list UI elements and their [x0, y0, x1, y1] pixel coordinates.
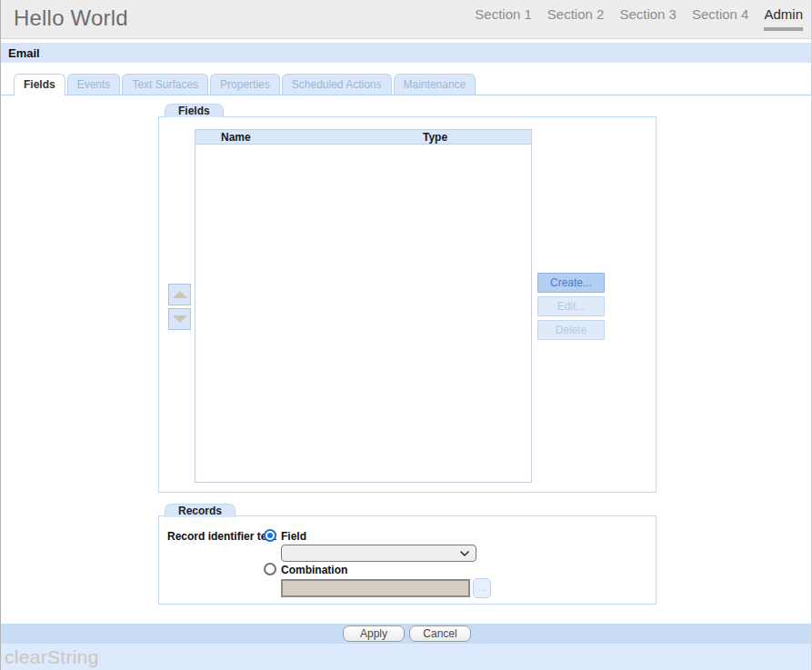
- move-up-button[interactable]: [168, 284, 191, 305]
- nav-item-admin[interactable]: Admin: [764, 6, 803, 31]
- field-radio[interactable]: [264, 529, 276, 542]
- record-identifier-label: Record identifier text: [167, 530, 276, 543]
- tab-scheduled-actions[interactable]: Scheduled Actions: [282, 74, 392, 95]
- brand-logo: clearString: [5, 646, 99, 668]
- app-header: Hello World Section 1 Section 2 Section …: [1, 0, 811, 39]
- field-select[interactable]: [281, 545, 476, 562]
- tab-maintenance[interactable]: Maintenance: [394, 74, 476, 95]
- tab-fields[interactable]: Fields: [14, 74, 65, 95]
- fields-table-header: Name Type: [195, 130, 531, 145]
- column-header-type: Type: [423, 131, 447, 144]
- create-button[interactable]: Create...: [537, 273, 605, 293]
- tab-properties[interactable]: Properties: [210, 74, 280, 95]
- nav-item-section2[interactable]: Section 2: [547, 6, 605, 27]
- edit-button[interactable]: Edit...: [537, 296, 605, 316]
- combination-radio[interactable]: [264, 563, 276, 575]
- column-header-name: Name: [221, 131, 251, 144]
- browse-button[interactable]: ...: [473, 578, 491, 598]
- nav-item-section3[interactable]: Section 3: [619, 6, 677, 27]
- bottom-strip: clearString: [1, 644, 811, 670]
- field-radio-label[interactable]: Field: [281, 530, 306, 543]
- triangle-down-icon: [173, 315, 187, 323]
- move-down-button[interactable]: [168, 308, 191, 330]
- top-nav: Section 1 Section 2 Section 3 Section 4 …: [475, 6, 803, 31]
- footer-bar: Apply Cancel: [1, 624, 811, 644]
- apply-button[interactable]: Apply: [343, 625, 405, 642]
- delete-button[interactable]: Delete: [537, 320, 605, 340]
- combination-input[interactable]: [281, 579, 470, 597]
- fields-group-label: Fields: [165, 104, 224, 117]
- tab-bar: Fields Events Text Surfaces Properties S…: [1, 74, 811, 95]
- records-group-label: Records: [165, 504, 236, 517]
- breadcrumb-bar: Email: [1, 43, 811, 63]
- chevron-down-icon: [460, 550, 469, 557]
- combination-radio-label[interactable]: Combination: [281, 564, 347, 576]
- breadcrumb: Email: [8, 46, 40, 60]
- admin-page: Hello World Section 1 Section 2 Section …: [0, 0, 812, 670]
- tab-text-surfaces[interactable]: Text Surfaces: [122, 74, 208, 95]
- triangle-up-icon: [173, 291, 187, 298]
- nav-item-section4[interactable]: Section 4: [692, 6, 749, 27]
- tab-events[interactable]: Events: [67, 74, 121, 95]
- page-title: Hello World: [14, 5, 128, 31]
- nav-item-section1[interactable]: Section 1: [475, 6, 532, 27]
- fields-table[interactable]: Name Type: [195, 129, 532, 483]
- cancel-button[interactable]: Cancel: [409, 625, 471, 642]
